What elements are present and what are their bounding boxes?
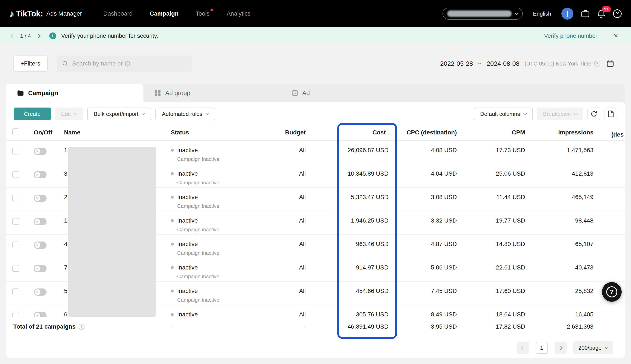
floating-help-button[interactable]: ?	[602, 282, 621, 302]
toggle-off-icon: ✕	[35, 219, 40, 224]
help-icon[interactable]: ?	[613, 10, 621, 18]
sort-desc-icon: ↓	[387, 129, 390, 136]
column-header-onoff: On/Off	[27, 129, 60, 136]
total-budget: -	[245, 323, 307, 330]
banner-prev-icon[interactable]	[10, 33, 15, 39]
export-document-icon[interactable]	[604, 108, 617, 120]
refresh-icon[interactable]	[587, 108, 600, 120]
toggle-off-icon: ✕	[35, 242, 40, 248]
column-header-cpm[interactable]: CPM	[458, 129, 527, 136]
onoff-toggle[interactable]: ✕	[34, 288, 47, 296]
tab-campaign[interactable]: Campaign	[6, 84, 144, 102]
main-nav: Dashboard Campaign Tools Analytics	[103, 10, 251, 17]
banner-pager: 1 / 4	[20, 33, 31, 39]
verify-phone-link[interactable]: Verify phone number	[541, 32, 600, 40]
total-cpm: 17.82 USD	[458, 323, 527, 330]
ads-manager-page: ♪ TikTok: Ads Manager Dashboard Campaign…	[0, 0, 631, 364]
tiktok-logo[interactable]: ♪ TikTok: Ads Manager	[10, 9, 82, 18]
language-selector[interactable]: English	[530, 10, 554, 18]
tiktok-note-icon: ♪	[10, 9, 14, 18]
column-header-budget[interactable]: Budget	[245, 129, 307, 136]
status-subtext: Campaign inactive	[177, 180, 245, 186]
impressions-value: 465,149	[527, 188, 595, 211]
status-text: Inactive	[177, 170, 198, 177]
toggle-off-icon: ✕	[35, 196, 40, 201]
onoff-toggle[interactable]: ✕	[34, 312, 47, 317]
onoff-toggle[interactable]: ✕	[34, 218, 47, 225]
default-columns-button[interactable]: Default columns	[474, 108, 533, 120]
row-checkbox[interactable]	[13, 265, 19, 272]
onoff-toggle[interactable]: ✕	[34, 194, 47, 202]
row-checkbox[interactable]	[13, 148, 19, 154]
row-checkbox[interactable]	[13, 288, 19, 295]
onoff-toggle[interactable]: ✕	[34, 265, 47, 272]
cpm-value: 19.77 USD	[458, 211, 527, 234]
row-checkbox[interactable]	[13, 218, 19, 225]
status-dot	[171, 172, 174, 175]
onoff-toggle[interactable]: ✕	[34, 242, 47, 249]
nav-tools[interactable]: Tools	[196, 10, 209, 17]
status-dot	[171, 266, 174, 269]
cpm-value: 11.44 USD	[458, 188, 527, 211]
timezone-help-icon[interactable]: ?	[594, 60, 600, 66]
date-start: 2022-05-28	[440, 60, 473, 67]
budget-value: All	[245, 164, 307, 187]
cpc-value: 3.08 USD	[390, 188, 458, 211]
edit-button[interactable]: Edit	[55, 108, 83, 120]
date-range-picker[interactable]: 2022-05-28 ~ 2024-08-08 (UTC-05:00) New …	[440, 60, 614, 67]
question-glyph: ?	[613, 10, 621, 18]
row-checkbox[interactable]	[13, 171, 19, 178]
cpc-value: 4.87 USD	[390, 235, 458, 258]
brand-name: TikTok:	[16, 9, 43, 18]
tab-ad-group-label: Ad group	[165, 90, 190, 97]
toggle-off-icon: ✕	[35, 172, 40, 178]
column-header-impressions[interactable]: Impressions	[527, 129, 595, 136]
onoff-toggle[interactable]: ✕	[34, 148, 47, 155]
account-selector[interactable]	[442, 8, 523, 20]
notifications-icon[interactable]: 9+	[597, 10, 605, 18]
ad-group-icon	[155, 90, 161, 96]
status-cell: Inactive Campaign inactive	[160, 188, 245, 211]
search-box[interactable]	[57, 56, 192, 72]
row-checkbox[interactable]	[13, 242, 19, 248]
assets-icon[interactable]	[581, 10, 589, 18]
row-checkbox[interactable]	[13, 312, 19, 317]
total-impressions: 2,631,393	[527, 323, 595, 330]
tab-ad[interactable]: Ad	[281, 84, 418, 102]
breakdown-label: Breakdown	[543, 111, 571, 117]
nav-analytics[interactable]: Analytics	[227, 10, 251, 17]
level-tabs: Campaign Ad group Ad	[6, 84, 625, 102]
cpm-value: 22.61 USD	[458, 258, 527, 281]
nav-dashboard[interactable]: Dashboard	[103, 10, 133, 17]
avatar[interactable]: j	[561, 8, 573, 20]
status-dot	[171, 219, 174, 222]
select-all-checkbox[interactable]	[13, 128, 19, 135]
notification-badge: 9+	[602, 6, 611, 12]
next-page-icon[interactable]	[554, 342, 566, 354]
impressions-value: 25,832	[527, 282, 595, 305]
automated-rules-button[interactable]: Automated rules	[155, 108, 215, 120]
create-button[interactable]: Create	[14, 108, 51, 120]
cpc-value: 5.06 USD	[390, 258, 458, 281]
status-cell: Inactive Campaign inactive	[160, 305, 245, 317]
column-header-cost[interactable]: Cost ↓	[307, 129, 390, 136]
row-checkbox[interactable]	[13, 194, 19, 202]
automated-rules-label: Automated rules	[162, 111, 202, 117]
column-header-name: Name	[60, 129, 160, 136]
page-size-select[interactable]: 200/page	[573, 342, 613, 354]
prev-page-icon[interactable]	[517, 342, 529, 354]
tab-ad-group[interactable]: Ad group	[144, 84, 281, 102]
current-page[interactable]: 1	[536, 342, 548, 354]
nav-campaign[interactable]: Campaign	[150, 10, 179, 17]
search-input[interactable]	[71, 60, 187, 68]
total-help-icon[interactable]: ?	[79, 324, 85, 330]
onoff-toggle[interactable]: ✕	[34, 171, 47, 178]
cpc-value: 8.49 USD	[390, 305, 458, 317]
column-header-cpc[interactable]: CPC (destination)	[390, 129, 458, 136]
bulk-export-import-button[interactable]: Bulk export/import	[87, 108, 151, 120]
filters-button[interactable]: +Filters	[13, 56, 48, 72]
banner-next-icon[interactable]	[36, 33, 41, 39]
calendar-icon[interactable]	[607, 60, 614, 67]
banner-close-icon[interactable]: ✕	[611, 32, 621, 40]
breakdown-button[interactable]: Breakdown	[537, 108, 583, 120]
